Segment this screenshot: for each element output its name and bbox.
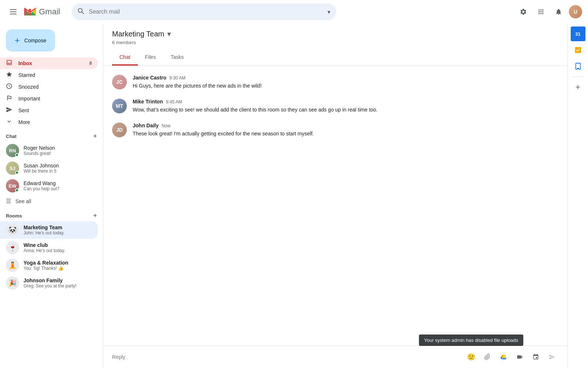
msg-content-msg1: Janice Castro 9:30 AM Hi Guys, here are …	[133, 75, 262, 90]
msg-text-msg2: Wow, that's exciting to see! we should a…	[133, 106, 377, 114]
search-bar[interactable]: ▾	[72, 3, 336, 20]
sidebar-item-sent[interactable]: Sent	[0, 105, 98, 116]
chat-avatar-roger: RN	[6, 144, 19, 157]
msg-content-msg2: Mike Trinton 9:45 AM Wow, that's excitin…	[133, 99, 377, 114]
chat-item-susan[interactable]: SJ Susan Johnson Will be there in 5	[0, 159, 98, 177]
add-panel-button[interactable]: +	[571, 80, 585, 95]
room-preview-marketing: John: He's out today.	[24, 230, 64, 236]
sidebar-item-important[interactable]: Important	[0, 93, 98, 105]
room-members: 6 members	[112, 40, 559, 45]
msg-name-msg2: Mike Trinton	[133, 99, 163, 105]
chat-info-susan: Susan Johnson Will be there in 5	[24, 163, 59, 174]
room-item-johnson[interactable]: 🎉 Johnson Family Greg: See you at the pa…	[0, 274, 98, 292]
chat-item-edward[interactable]: EW Edward Wang Can you help out?	[0, 177, 98, 195]
attach-button[interactable]	[481, 350, 494, 364]
svg-rect-7	[577, 68, 579, 70]
msg-time-msg3: Now	[162, 123, 171, 128]
room-item-yoga[interactable]: 🧘 Yoga & Relaxation You: Sg! Thanks! 👍	[0, 256, 98, 274]
search-input[interactable]	[89, 8, 323, 15]
msg-text-msg3: These look great! I'm actually getting e…	[133, 130, 314, 138]
tabs: ChatFilesTasks	[112, 50, 559, 66]
sent-label: Sent	[18, 107, 29, 113]
room-items: 🐼 Marketing Team John: He's out today. 🍷…	[0, 221, 103, 292]
sidebar-item-more[interactable]: More	[0, 116, 98, 128]
see-all-item[interactable]: ☰ See all	[0, 195, 103, 208]
tasks-panel-icon[interactable]	[571, 43, 585, 57]
room-header: Marketing Team ▾ 6 members ChatFilesTask…	[103, 24, 567, 66]
tab-tasks[interactable]: Tasks	[163, 50, 191, 66]
notifications-button[interactable]	[551, 4, 566, 19]
room-item-marketing[interactable]: 🐼 Marketing Team John: He's out today.	[0, 221, 98, 239]
starred-icon	[6, 71, 12, 79]
chat-info-roger: Roger Nelson Sounds great!	[24, 145, 55, 156]
status-dot-roger	[15, 153, 19, 157]
room-info-yoga: Yoga & Relaxation You: Sg! Thanks! 👍	[24, 260, 68, 271]
room-title-row: Marketing Team ▾	[112, 29, 559, 38]
svg-rect-1	[10, 11, 17, 12]
room-chevron-icon[interactable]: ▾	[167, 29, 171, 38]
right-panel: 31 +	[567, 24, 588, 368]
chat-name-edward: Edward Wang	[24, 180, 59, 186]
msg-content-msg3: John Daily Now These look great! I'm act…	[133, 123, 314, 138]
topbar-right: U	[516, 4, 582, 19]
video-button[interactable]	[513, 350, 526, 364]
room-preview-wine: Anna: He's out today.	[24, 248, 65, 253]
chat-items: RN Roger Nelson Sounds great! SJ Susan J…	[0, 142, 103, 195]
sidebar-item-snoozed[interactable]: Snoozed	[0, 81, 98, 93]
svg-point-4	[78, 8, 82, 12]
msg-avatar-msg1: JC	[112, 75, 127, 89]
msg-header-msg1: Janice Castro 9:30 AM	[133, 75, 262, 81]
reply-bar: Your system admin has disabled file uplo…	[103, 346, 567, 368]
chat-section-label: Chat	[6, 134, 17, 139]
add-room-button[interactable]: +	[93, 212, 97, 220]
more-icon	[6, 118, 12, 127]
room-name-wine: Wine club	[24, 242, 65, 248]
settings-button[interactable]	[516, 4, 531, 19]
chat-item-roger[interactable]: RN Roger Nelson Sounds great!	[0, 142, 98, 159]
msg-time-msg2: 9:45 AM	[166, 99, 182, 105]
msg-avatar-msg2: MT	[112, 99, 127, 113]
message-msg2: MT Mike Trinton 9:45 AM Wow, that's exci…	[112, 99, 559, 114]
chat-avatar-susan: SJ	[6, 162, 19, 175]
add-chat-button[interactable]: +	[93, 132, 97, 140]
drive-button[interactable]	[497, 350, 510, 364]
nav-items: Inbox 8 Starred Snoozed Important Sent M…	[0, 57, 103, 128]
avatar[interactable]: U	[569, 5, 582, 18]
calendar-panel-icon[interactable]: 31	[571, 26, 585, 41]
starred-label: Starred	[18, 72, 35, 78]
room-info-wine: Wine club Anna: He's out today.	[24, 242, 65, 253]
chat-preview-edward: Can you help out?	[24, 186, 59, 191]
chat-section-header: Chat +	[0, 128, 103, 142]
msg-name-msg1: Janice Castro	[133, 75, 166, 81]
message-msg3: JD John Daily Now These look great! I'm …	[112, 123, 559, 138]
room-info-marketing: Marketing Team John: He's out today.	[24, 224, 64, 236]
apps-button[interactable]	[534, 4, 548, 19]
snoozed-label: Snoozed	[18, 84, 39, 90]
emoji-button[interactable]: 🙂	[465, 350, 478, 364]
gmail-logo-text: Gmail	[39, 7, 60, 17]
message-msg1: JC Janice Castro 9:30 AM Hi Guys, here a…	[112, 75, 559, 90]
reply-input[interactable]	[112, 354, 462, 360]
room-item-wine[interactable]: 🍷 Wine club Anna: He's out today.	[0, 239, 98, 256]
hamburger-button[interactable]	[6, 4, 21, 19]
svg-rect-0	[10, 9, 17, 10]
msg-header-msg3: John Daily Now	[133, 123, 314, 128]
tab-chat[interactable]: Chat	[112, 50, 138, 66]
msg-avatar-msg3: JD	[112, 123, 127, 137]
sidebar-item-inbox[interactable]: Inbox 8	[0, 57, 98, 69]
msg-name-msg3: John Daily	[133, 123, 159, 128]
snoozed-icon	[6, 83, 12, 91]
send-button[interactable]	[545, 350, 559, 364]
msg-header-msg2: Mike Trinton 9:45 AM	[133, 99, 377, 105]
compose-label: Compose	[24, 38, 46, 43]
see-all-label: See all	[15, 198, 31, 204]
search-dropdown-icon[interactable]: ▾	[327, 8, 330, 15]
room-title: Marketing Team	[112, 30, 164, 38]
sidebar-item-starred[interactable]: Starred	[0, 69, 98, 81]
tab-files[interactable]: Files	[138, 50, 164, 66]
keep-panel-icon[interactable]	[571, 59, 585, 74]
compose-button[interactable]: + Compose	[6, 29, 55, 52]
chat-preview-roger: Sounds great!	[24, 151, 55, 156]
room-name-johnson: Johnson Family	[24, 277, 76, 283]
calendar-reply-button[interactable]	[529, 350, 542, 364]
